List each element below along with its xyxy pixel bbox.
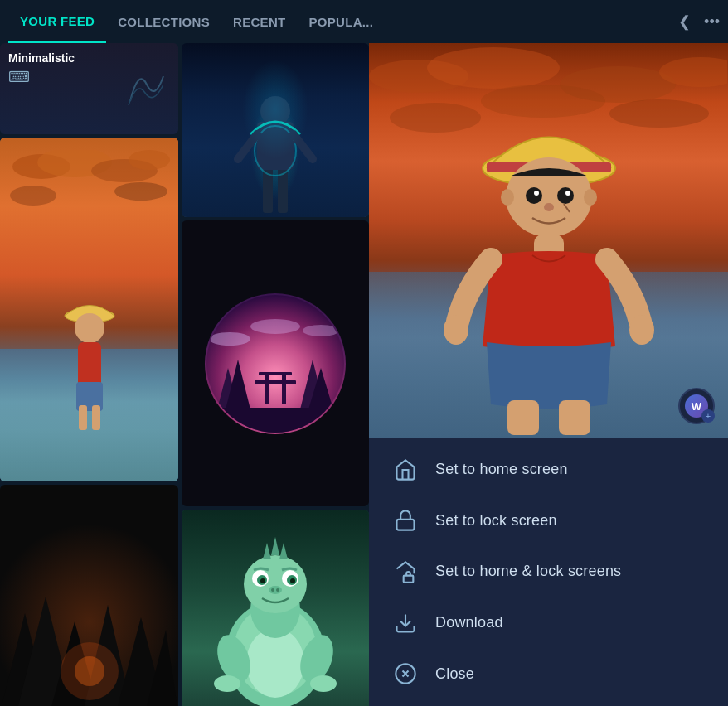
w-badge[interactable]: W + bbox=[678, 388, 715, 424]
svg-point-81 bbox=[629, 315, 654, 345]
card-luffy-ocean[interactable] bbox=[0, 138, 178, 481]
svg-point-30 bbox=[303, 325, 339, 336]
svg-point-73 bbox=[584, 189, 597, 206]
torii-scene bbox=[205, 293, 346, 434]
svg-point-45 bbox=[244, 555, 307, 613]
more-options-button[interactable]: ••• bbox=[704, 13, 720, 31]
menu-label-download: Download bbox=[435, 614, 503, 631]
svg-point-51 bbox=[290, 578, 295, 583]
svg-point-78 bbox=[544, 203, 554, 211]
luffy-figure-small bbox=[56, 291, 123, 457]
context-menu: Set to home screen Set to lock screen bbox=[369, 438, 728, 706]
svg-point-60 bbox=[214, 675, 240, 692]
menu-label-close: Close bbox=[435, 665, 474, 683]
svg-point-54 bbox=[276, 588, 279, 592]
svg-point-76 bbox=[534, 191, 539, 196]
keyboard-icon: ⌨ bbox=[8, 68, 75, 86]
w-letter: W bbox=[692, 400, 701, 413]
minimalistic-label: Minimalistic bbox=[8, 51, 75, 65]
featured-image[interactable]: W + bbox=[369, 43, 728, 438]
nav-right-actions: ❮ ••• bbox=[678, 12, 720, 31]
svg-rect-36 bbox=[255, 380, 296, 384]
tab-collections[interactable]: COLLECTIONS bbox=[106, 0, 221, 43]
svg-rect-11 bbox=[92, 405, 100, 430]
svg-point-61 bbox=[310, 675, 337, 692]
svg-marker-55 bbox=[263, 543, 271, 559]
home-svg bbox=[394, 458, 417, 481]
home-lock-icon bbox=[392, 559, 419, 585]
card-dark-forest[interactable] bbox=[0, 485, 178, 706]
svg-point-75 bbox=[557, 187, 574, 204]
plus-badge: + bbox=[701, 409, 715, 423]
svg-rect-40 bbox=[205, 408, 346, 434]
card-minimalistic[interactable]: Minimalistic ⌨ bbox=[0, 43, 178, 134]
chevron-left-button[interactable]: ❮ bbox=[678, 12, 691, 31]
svg-point-52 bbox=[269, 586, 282, 594]
top-navigation: YOUR FEED COLLECTIONS RECENT POPULA... ❮… bbox=[0, 0, 728, 43]
svg-point-63 bbox=[427, 47, 560, 89]
svg-rect-10 bbox=[79, 405, 87, 430]
svg-rect-85 bbox=[404, 576, 414, 583]
home-icon bbox=[392, 457, 419, 483]
tab-recent[interactable]: RECENT bbox=[221, 0, 297, 43]
lock-svg bbox=[394, 509, 417, 532]
svg-rect-38 bbox=[265, 375, 269, 404]
svg-rect-84 bbox=[397, 520, 415, 530]
card-torii[interactable] bbox=[182, 220, 369, 506]
svg-point-31 bbox=[250, 319, 300, 334]
forest-silhouette bbox=[0, 563, 178, 706]
svg-point-3 bbox=[129, 150, 170, 170]
menu-label-set-home: Set to home screen bbox=[435, 461, 568, 478]
dragon-character bbox=[192, 530, 358, 706]
lock-icon bbox=[392, 507, 419, 534]
menu-item-close[interactable]: Close bbox=[369, 649, 728, 699]
menu-item-set-both[interactable]: Set to home & lock screens bbox=[369, 547, 728, 597]
svg-rect-82 bbox=[507, 400, 539, 435]
featured-luffy bbox=[441, 89, 657, 438]
tab-popular[interactable]: POPULA... bbox=[298, 0, 386, 43]
svg-point-53 bbox=[271, 588, 274, 592]
svg-rect-8 bbox=[78, 342, 101, 388]
menu-item-set-home[interactable]: Set to home screen bbox=[369, 445, 728, 495]
menu-item-set-lock[interactable]: Set to lock screen bbox=[369, 496, 728, 545]
clouds-luffy bbox=[8, 150, 170, 216]
close-circle-svg bbox=[394, 662, 417, 685]
right-panel: W + Set to home screen bbox=[369, 43, 728, 706]
svg-rect-83 bbox=[559, 400, 590, 435]
svg-point-5 bbox=[114, 182, 167, 201]
card-cyberpunk[interactable] bbox=[182, 43, 369, 217]
svg-point-7 bbox=[75, 313, 104, 343]
card-dragon[interactable] bbox=[182, 510, 369, 706]
menu-item-download[interactable]: Download bbox=[369, 598, 728, 648]
main-content: Minimalistic ⌨ bbox=[0, 43, 728, 706]
svg-point-19 bbox=[75, 656, 104, 686]
svg-point-77 bbox=[565, 191, 570, 196]
download-svg bbox=[394, 612, 417, 635]
svg-point-4 bbox=[10, 186, 56, 206]
svg-point-43 bbox=[246, 628, 304, 698]
svg-point-80 bbox=[444, 315, 468, 345]
tab-your-feed[interactable]: YOUR FEED bbox=[8, 0, 106, 43]
grid-column-left: Minimalistic ⌨ bbox=[0, 43, 178, 706]
svg-rect-39 bbox=[282, 375, 286, 404]
grid-column-right bbox=[182, 43, 369, 706]
image-grid: Minimalistic ⌨ bbox=[0, 43, 369, 706]
svg-marker-56 bbox=[271, 537, 279, 555]
home-lock-svg bbox=[394, 560, 417, 583]
torii-circle bbox=[205, 293, 346, 434]
svg-point-74 bbox=[526, 187, 542, 204]
svg-point-72 bbox=[501, 189, 514, 206]
download-icon bbox=[392, 610, 419, 636]
svg-rect-37 bbox=[259, 372, 292, 375]
close-circle-icon bbox=[392, 660, 419, 687]
svg-point-29 bbox=[209, 332, 250, 346]
menu-label-set-both: Set to home & lock screens bbox=[435, 563, 621, 580]
svg-marker-57 bbox=[279, 543, 288, 559]
menu-label-set-lock: Set to lock screen bbox=[435, 512, 557, 530]
svg-point-50 bbox=[260, 578, 265, 583]
minimalistic-graphic bbox=[122, 60, 172, 109]
